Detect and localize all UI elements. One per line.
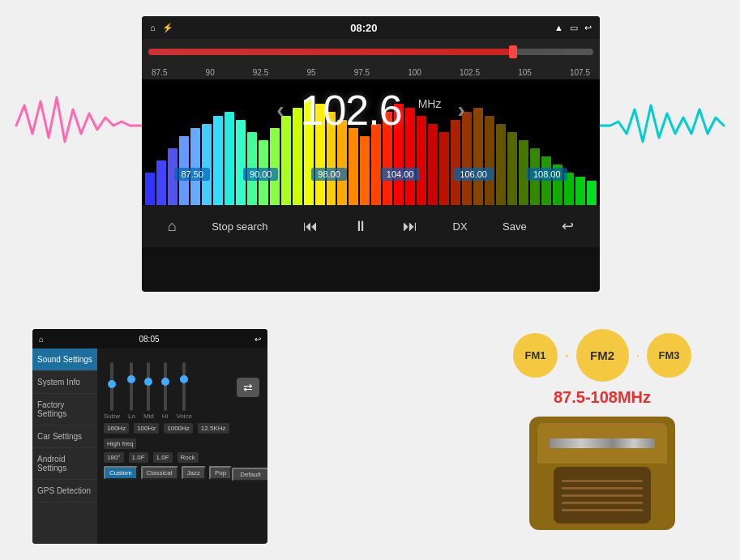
wave-right — [598, 89, 724, 162]
speaker-line-1 — [562, 480, 643, 482]
home-button[interactable]: ⌂ — [161, 215, 183, 238]
scale-1075: 107.5 — [570, 68, 590, 77]
speaker-line-3 — [562, 494, 643, 497]
stop-search-button[interactable]: Stop search — [205, 217, 274, 236]
next-button[interactable]: ⏭ — [396, 215, 424, 238]
freq-prev-arrow[interactable]: ‹ — [276, 97, 284, 123]
settings-content: Sound Settings System Info Factory Setti… — [32, 348, 267, 544]
sidebar-item-car-settings[interactable]: Car Settings — [32, 425, 97, 448]
voice-track — [182, 362, 186, 411]
prev-icon: ⏮ — [303, 218, 318, 235]
scale-925: 92.5 — [253, 68, 268, 77]
speaker-line-4 — [562, 502, 643, 504]
mid-label: Mid — [143, 413, 154, 420]
settings-status-bar: ⌂ 08:05 ↩ — [32, 329, 267, 348]
play-pause-icon: ⏸ — [353, 218, 368, 235]
fm-line-2 — [637, 355, 639, 357]
sidebar-item-android-settings[interactable]: Android Settings — [32, 448, 97, 480]
tag-rock: Rock — [178, 452, 199, 463]
home-icon: ⌂ — [168, 218, 177, 235]
station-9800: 98.00 — [311, 168, 347, 181]
extra-tags-row: 180° 1.0F 1.0F Rock — [104, 452, 261, 463]
fm2-label: FM2 — [590, 348, 614, 362]
station-8750: 87.50 — [174, 168, 210, 181]
status-left-icons: ⌂ ⚡ — [150, 23, 173, 33]
preset-buttons: Custom Classical Jazz Pop — [104, 466, 232, 480]
frequency-track-bar[interactable] — [142, 39, 600, 65]
back-status-icon: ↩ — [584, 23, 592, 33]
radio-display: ⌂ ⚡ 08:20 ▲ ▭ ↩ 87.5 90 92.5 95 97.5 100 — [142, 16, 600, 292]
station-10600: 106.00 — [453, 168, 494, 181]
fm-bubbles: FM1 FM2 FM3 — [513, 329, 691, 382]
hi-slider-wrap: Hi — [162, 362, 169, 420]
voice-slider-wrap: Voice — [176, 362, 192, 420]
save-button[interactable]: Save — [496, 217, 533, 236]
back-button[interactable]: ↩ — [555, 214, 580, 238]
scale-105: 105 — [518, 68, 532, 77]
preset-pop[interactable]: Pop — [209, 466, 232, 480]
radio-speaker — [554, 467, 651, 524]
sidebar-item-gps-detection[interactable]: GPS Detection — [32, 480, 97, 502]
spectrum-bar — [371, 124, 381, 205]
lo-track — [130, 362, 133, 411]
mid-thumb[interactable] — [144, 378, 152, 386]
default-button[interactable]: Default — [232, 468, 267, 481]
tag-10f-1: 1.0F — [129, 452, 148, 463]
subw-thumb[interactable] — [108, 380, 116, 388]
eq-icon-button[interactable]: ⇄ — [237, 378, 259, 397]
voice-label: Voice — [176, 413, 192, 420]
prev-button[interactable]: ⏮ — [297, 215, 324, 238]
speaker-line-2 — [562, 487, 643, 489]
preset-custom[interactable]: Custom — [104, 466, 138, 480]
sidebar-item-system-info[interactable]: System Info — [32, 371, 97, 394]
fm1-label: FM1 — [525, 349, 546, 361]
scale-875: 87.5 — [152, 68, 167, 77]
station-9000: 90.00 — [243, 168, 279, 181]
stop-search-label: Stop search — [212, 220, 267, 233]
scale-95: 95 — [306, 68, 315, 77]
freq-next-arrow[interactable]: › — [457, 97, 464, 123]
settings-sidebar: Sound Settings System Info Factory Setti… — [32, 348, 97, 544]
lo-thumb[interactable] — [127, 375, 135, 383]
spectrum-bar — [428, 124, 438, 205]
dx-button[interactable]: DX — [447, 217, 474, 236]
voice-thumb[interactable] — [180, 375, 188, 383]
spectrum-bar — [496, 124, 506, 205]
preset-classical[interactable]: Classical — [141, 466, 178, 480]
freq-tag-160hz: 160Hz — [104, 423, 129, 434]
fm-section: FM1 FM2 FM3 87.5-108MHz — [481, 329, 724, 544]
frequency-value: 102.6 — [301, 86, 402, 135]
hi-thumb[interactable] — [161, 378, 169, 386]
freq-scale-labels: 87.5 90 92.5 95 97.5 100 102.5 105 107.5 — [142, 65, 600, 79]
status-bar: ⌂ ⚡ 08:20 ▲ ▭ ↩ — [142, 16, 600, 39]
signal-icon: ▲ — [554, 23, 563, 32]
settings-home-icon: ⌂ — [39, 335, 44, 344]
home-status-icon: ⌂ — [150, 23, 156, 32]
tag-180deg: 180° — [104, 452, 124, 463]
status-time: 08:20 — [350, 22, 377, 34]
spectrum-bar — [541, 156, 551, 205]
battery-icon: ▭ — [570, 23, 578, 33]
frequency-unit: MHz — [418, 97, 442, 110]
subw-slider-wrap: Subw — [104, 362, 120, 420]
play-pause-button[interactable]: ⏸ — [347, 215, 374, 238]
fm1-bubble: FM1 — [513, 333, 558, 378]
subw-track — [110, 362, 113, 411]
sidebar-item-sound-settings[interactable]: Sound Settings — [32, 348, 97, 371]
tag-10f-2: 1.0F — [153, 452, 173, 463]
settings-back-icon: ↩ — [255, 335, 261, 344]
equalizer-area: ‹ 102.6 MHz › 87.50 90.00 98.00 104.00 1… — [142, 79, 600, 205]
spectrum-bar — [190, 128, 200, 205]
freq-tag-125khz: 12.5KHz — [198, 423, 229, 434]
settings-main-area: ⇄ Subw Lo — [97, 348, 267, 544]
bluetooth-icon: ⚡ — [162, 23, 173, 33]
back-icon: ↩ — [562, 217, 574, 235]
station-10400: 104.00 — [380, 168, 421, 181]
preset-jazz[interactable]: Jazz — [182, 466, 206, 480]
lo-label: Lo — [128, 413, 135, 420]
radio-screen-top: ⌂ ⚡ 08:20 ▲ ▭ ↩ 87.5 90 92.5 95 97.5 100 — [142, 16, 600, 292]
settings-time: 08:05 — [139, 335, 160, 344]
fm2-bubble: FM2 — [576, 329, 629, 382]
next-icon: ⏭ — [403, 218, 417, 235]
sidebar-item-factory-settings[interactable]: Factory Settings — [32, 394, 97, 425]
